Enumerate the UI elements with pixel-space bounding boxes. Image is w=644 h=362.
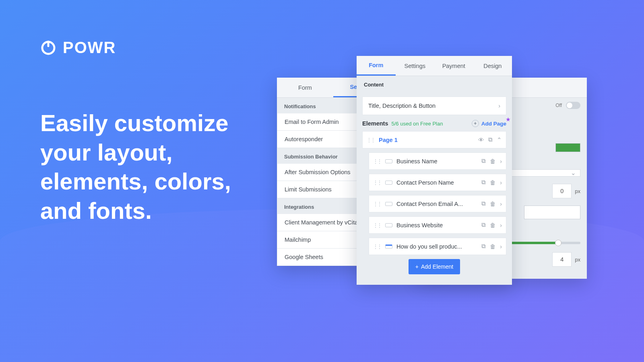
chevron-right-icon: › — [498, 103, 500, 109]
drag-handle-icon[interactable]: ⋮⋮ — [373, 222, 381, 228]
text-field-icon — [385, 202, 392, 206]
border-radius-input[interactable]: 4 — [552, 252, 572, 267]
delete-icon[interactable]: 🗑 — [490, 243, 496, 250]
gradient-toggle[interactable] — [566, 102, 580, 109]
tab-payment-front[interactable]: Payment — [434, 56, 473, 76]
chevron-right-icon: › — [500, 222, 502, 228]
plan-usage: 5/6 used on Free Plan — [391, 121, 443, 127]
page-1-row[interactable]: ⋮⋮ Page 1 👁 ⧉ ⌃ — [362, 131, 506, 148]
plus-icon: + — [472, 120, 479, 127]
delete-icon[interactable]: 🗑 — [490, 179, 496, 186]
chevron-right-icon: › — [500, 158, 502, 165]
elements-label: Elements — [362, 120, 388, 127]
border-width-input[interactable]: 0 — [552, 184, 572, 198]
chevron-right-icon: › — [500, 179, 502, 186]
text-field-icon — [385, 223, 392, 227]
duplicate-icon[interactable]: ⧉ — [481, 222, 486, 228]
premium-star-icon: ★ — [506, 117, 510, 122]
add-page-button[interactable]: + Add Page ★ — [472, 120, 506, 127]
visibility-icon[interactable]: 👁 — [478, 137, 484, 143]
preview-box — [524, 206, 580, 219]
tab-settings-front[interactable]: Settings — [396, 56, 435, 76]
marketing-headline: Easily customize your layout, elements, … — [40, 109, 258, 225]
add-page-label: Add Page — [481, 121, 506, 127]
element-label: Business Name — [396, 158, 477, 165]
text-field-icon — [385, 159, 392, 163]
off-label: Off — [555, 103, 562, 108]
plus-icon: + — [415, 263, 419, 270]
dropdown-field-icon — [385, 245, 392, 249]
add-element-label: Add Element — [421, 263, 453, 270]
duplicate-icon[interactable]: ⧉ — [488, 136, 493, 143]
drag-handle-icon[interactable]: ⋮⋮ — [373, 244, 381, 249]
element-label: Contact Person Email A... — [396, 201, 477, 207]
brand-name: POWR — [63, 39, 116, 57]
drag-handle-icon[interactable]: ⋮⋮ — [373, 158, 381, 164]
tab-form[interactable]: Form — [277, 78, 333, 97]
element-contact-email[interactable]: ⋮⋮ Contact Person Email A... ⧉🗑› — [369, 195, 506, 212]
brand-logo: POWR — [40, 39, 116, 57]
duplicate-icon[interactable]: ⧉ — [481, 179, 486, 186]
element-label: Business Website — [396, 222, 477, 228]
element-contact-person-name[interactable]: ⋮⋮ Contact Person Name ⧉🗑› — [369, 174, 506, 191]
powr-logo-icon — [40, 40, 56, 56]
content-section-label: Content — [357, 76, 512, 92]
duplicate-icon[interactable]: ⧉ — [481, 200, 486, 207]
delete-icon[interactable]: 🗑 — [490, 201, 496, 207]
element-label: Contact Person Name — [396, 179, 477, 186]
delete-icon[interactable]: 🗑 — [490, 158, 496, 165]
form-builder-panel: Form Settings Payment Design Content Tit… — [357, 56, 512, 285]
element-label: How do you sell produc... — [396, 243, 477, 250]
tab-form-front[interactable]: Form — [357, 56, 396, 76]
content-row-label: Title, Description & Button — [368, 103, 436, 109]
svg-rect-1 — [47, 41, 50, 47]
delete-icon[interactable]: 🗑 — [490, 222, 496, 228]
chevron-right-icon: › — [500, 201, 502, 207]
drag-handle-icon[interactable]: ⋮⋮ — [373, 201, 381, 207]
color-swatch[interactable] — [555, 143, 580, 152]
chevron-right-icon: › — [500, 243, 502, 250]
px-unit-2: px — [575, 257, 580, 263]
duplicate-icon[interactable]: ⧉ — [481, 243, 486, 250]
element-business-name[interactable]: ⋮⋮ Business Name ⧉🗑› — [369, 152, 506, 170]
add-element-button[interactable]: + Add Element — [409, 259, 460, 274]
drag-handle-icon[interactable]: ⋮⋮ — [367, 137, 375, 143]
collapse-icon[interactable]: ⌃ — [497, 137, 502, 143]
px-unit-1: px — [575, 188, 580, 194]
title-description-button-row[interactable]: Title, Description & Button › — [362, 97, 506, 115]
element-how-sell-products[interactable]: ⋮⋮ How do you sell produc... ⧉🗑› — [369, 238, 506, 255]
drag-handle-icon[interactable]: ⋮⋮ — [373, 180, 381, 185]
page-1-label: Page 1 — [379, 137, 474, 143]
duplicate-icon[interactable]: ⧉ — [481, 158, 486, 165]
tab-design-front[interactable]: Design — [473, 56, 512, 76]
element-business-website[interactable]: ⋮⋮ Business Website ⧉🗑› — [369, 216, 506, 234]
text-field-icon — [385, 181, 392, 185]
form-tabs: Form Settings Payment Design — [357, 56, 512, 76]
